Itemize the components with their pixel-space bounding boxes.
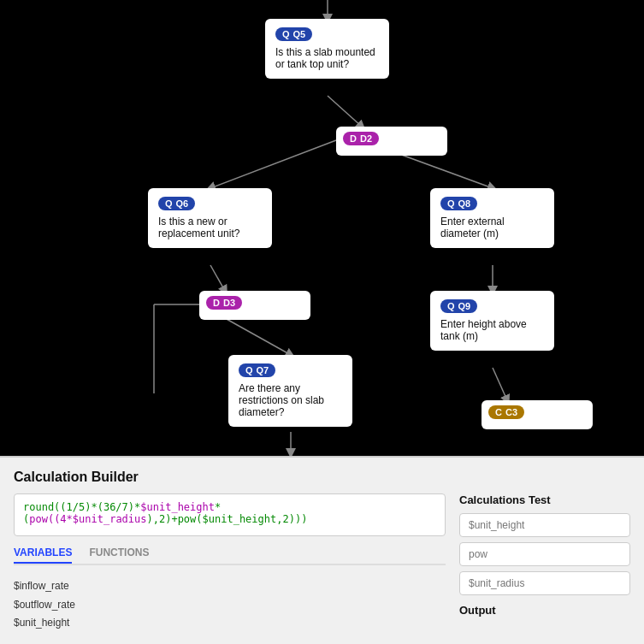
calc-body: round((1/5)*(36/7)*$unit_height*(pow((4*… (14, 493, 630, 633)
formula-plain: unit_height (209, 513, 276, 525)
calc-test-title: Calculations Test (459, 493, 630, 506)
badge-q6: Q Q6 (158, 197, 195, 210)
formula-close: ,2))) (276, 513, 307, 525)
badge-c3: C C3 (488, 405, 524, 419)
node-q7[interactable]: Q Q7 Are there any restrictions on slab … (228, 355, 352, 427)
tab-variables[interactable]: VARIABLES (14, 547, 72, 564)
calc-right: Calculations Test Output (459, 493, 630, 633)
calc-builder-panel: Calculation Builder round((1/5)*(36/7)*$… (0, 456, 644, 644)
node-q8-text: Enter external diameter (m) (440, 216, 544, 239)
node-q5-text: Is this a slab mounted or tank top unit? (275, 46, 379, 70)
var-inflow: $inflow_rate (14, 577, 446, 596)
formula-purple-part: $unit_height (140, 501, 215, 513)
svg-line-1 (328, 96, 362, 127)
svg-line-5 (225, 318, 291, 355)
test-input-unit-radius[interactable] (459, 571, 630, 595)
node-q8[interactable]: Q Q8 Enter external diameter (m) (430, 188, 554, 248)
test-input-unit-height[interactable] (459, 513, 630, 537)
svg-line-4 (210, 265, 225, 291)
calc-variables-list: $inflow_rate $outflow_rate $unit_height (14, 577, 446, 633)
node-q5[interactable]: Q Q5 Is this a slab mounted or tank top … (265, 19, 389, 79)
badge-q7: Q Q7 (239, 363, 275, 377)
calc-tabs: VARIABLES FUNCTIONS (14, 547, 446, 565)
flow-diagram: Q Q5 Is this a slab mounted or tank top … (0, 0, 644, 462)
calc-left: round((1/5)*(36/7)*$unit_height*(pow((4*… (14, 493, 446, 633)
badge-q8: Q Q8 (440, 197, 477, 210)
badge-d2: D D2 (343, 132, 379, 145)
badge-q9: Q Q9 (440, 299, 477, 313)
test-input-pow[interactable] (459, 542, 630, 566)
node-q6[interactable]: Q Q6 Is this a new or replacement unit? (148, 188, 272, 248)
svg-line-2 (210, 140, 336, 188)
node-q9[interactable]: Q Q9 Enter height above tank (m) (430, 291, 554, 351)
output-label: Output (459, 604, 630, 617)
var-outflow: $outflow_rate (14, 596, 446, 615)
node-q6-text: Is this a new or replacement unit? (158, 216, 262, 239)
formula-purple-part2: pow((4*$unit_radius (29, 513, 146, 525)
node-c3[interactable]: C C3 (482, 400, 593, 429)
node-d3[interactable]: D D3 (199, 291, 310, 320)
node-q7-text: Are there any restrictions on slab diame… (239, 382, 342, 418)
svg-line-9 (493, 368, 507, 400)
badge-d3: D D3 (206, 296, 242, 310)
tab-functions[interactable]: FUNCTIONS (89, 547, 149, 564)
formula-green-part3: ),2)+pow($ (147, 513, 209, 525)
calc-formula-box[interactable]: round((1/5)*(36/7)*$unit_height*(pow((4*… (14, 493, 446, 536)
node-q9-text: Enter height above tank (m) (440, 318, 544, 342)
node-d2[interactable]: D D2 (336, 127, 447, 156)
var-unit-height: $unit_height (14, 614, 446, 633)
formula-green-part: round((1/5)*(36/7)* (23, 501, 140, 513)
badge-q5: Q Q5 (275, 27, 312, 41)
calc-builder-title: Calculation Builder (14, 470, 630, 485)
